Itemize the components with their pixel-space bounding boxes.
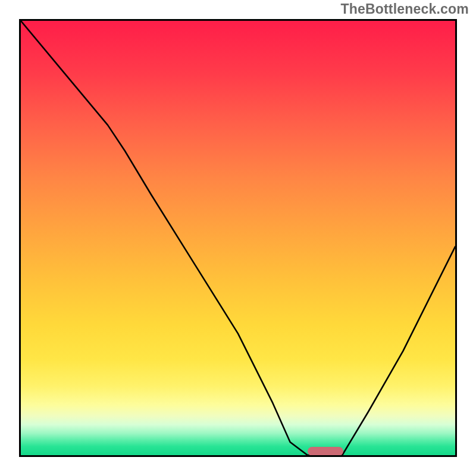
optimal-marker: [308, 447, 343, 456]
watermark-text: TheBottleneck.com: [340, 1, 469, 17]
bottleneck-curve: [21, 21, 455, 455]
chart-stage: TheBottleneck.com: [0, 0, 476, 476]
plot-area: [19, 19, 457, 457]
curve-svg: [21, 21, 455, 455]
